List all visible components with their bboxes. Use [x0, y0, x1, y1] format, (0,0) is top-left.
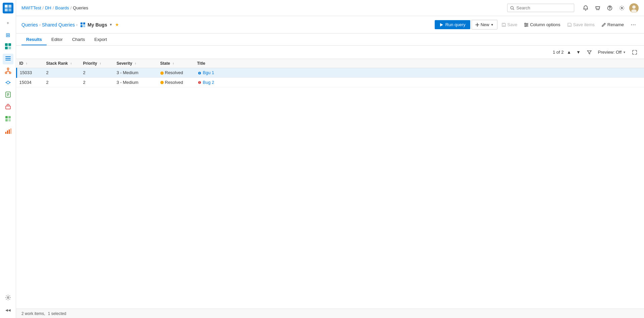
- col-severity[interactable]: Severity ↑: [114, 59, 158, 68]
- query-name-caret[interactable]: ▼: [109, 23, 112, 26]
- add-project-button[interactable]: +: [3, 17, 13, 28]
- preview-toggle[interactable]: Preview: Off ▼: [596, 48, 628, 56]
- user-avatar[interactable]: [629, 3, 639, 13]
- breadcrumb-dh[interactable]: DH: [45, 5, 51, 10]
- bc-shared-queries[interactable]: Shared Queries: [42, 22, 75, 28]
- svg-point-27: [598, 9, 599, 10]
- col-priority[interactable]: Priority ↑: [80, 59, 114, 68]
- tab-editor[interactable]: Editor: [47, 34, 67, 45]
- sidebar-item-boards[interactable]: [3, 42, 13, 52]
- sidebar-item-collapse[interactable]: ◀◀: [3, 305, 13, 315]
- svg-point-24: [7, 297, 9, 298]
- sidebar-item-repos[interactable]: [3, 66, 13, 76]
- svg-point-45: [198, 72, 201, 74]
- svg-point-33: [631, 9, 637, 13]
- cell-severity: 3 - Medium: [114, 68, 158, 78]
- rename-button[interactable]: Rename: [599, 20, 627, 29]
- svg-rect-20: [5, 132, 6, 134]
- tab-charts[interactable]: Charts: [67, 34, 90, 45]
- svg-rect-44: [569, 25, 571, 26]
- svg-rect-40: [503, 23, 504, 24]
- cell-stack-rank: 2: [44, 77, 80, 87]
- svg-point-43: [525, 25, 526, 26]
- boards-icon: [80, 22, 86, 28]
- col-id[interactable]: ID ↑: [17, 59, 44, 68]
- sidebar-item-work-items[interactable]: [3, 54, 13, 64]
- breadcrumb: MWITTest / DH / Boards / Queries: [21, 5, 88, 10]
- col-stack-rank[interactable]: Stack Rank ↑: [44, 59, 80, 68]
- filter-button[interactable]: [585, 48, 593, 56]
- search-box[interactable]: [507, 4, 574, 12]
- svg-rect-2: [5, 8, 8, 11]
- svg-point-42: [527, 24, 528, 25]
- save-items-button[interactable]: Save items: [565, 20, 597, 29]
- column-options-button[interactable]: Column options: [521, 20, 563, 29]
- svg-rect-22: [9, 129, 10, 134]
- svg-rect-15: [6, 106, 10, 109]
- header-actions: Run query New ▼ Save Column options: [435, 20, 639, 30]
- toolbar-row: 1 of 2 ▲ ▼ Preview: Off ▼: [16, 46, 644, 59]
- sidebar-item-overview[interactable]: ⊞: [3, 30, 13, 40]
- cell-title[interactable]: Bgu 1: [195, 68, 644, 78]
- svg-point-13: [9, 72, 11, 73]
- main-area: MWITTest / DH / Boards / Queries: [16, 0, 644, 318]
- svg-rect-17: [8, 116, 11, 118]
- sidebar-item-pipelines[interactable]: [3, 78, 13, 89]
- tab-export[interactable]: Export: [90, 34, 112, 45]
- sidebar-item-settings[interactable]: [3, 293, 13, 303]
- svg-rect-5: [8, 43, 11, 46]
- more-options-button[interactable]: ⋯: [628, 20, 639, 29]
- svg-point-26: [597, 9, 597, 10]
- svg-rect-16: [5, 116, 8, 118]
- tab-results[interactable]: Results: [21, 34, 47, 45]
- pager-up-button[interactable]: ▲: [565, 48, 573, 56]
- run-icon: [439, 23, 443, 27]
- expand-button[interactable]: [631, 48, 639, 56]
- svg-rect-23: [10, 128, 11, 134]
- sidebar-item-extensions[interactable]: [3, 114, 13, 125]
- breadcrumb-boards[interactable]: Boards: [55, 5, 69, 10]
- search-input[interactable]: [517, 5, 571, 10]
- new-button[interactable]: New ▼: [472, 20, 497, 30]
- notifications-button[interactable]: [581, 3, 590, 13]
- settings-button[interactable]: [617, 3, 627, 13]
- svg-point-50: [199, 83, 200, 84]
- table-header-row: ID ↑ Stack Rank ↑ Priority ↑ Severity ↑: [17, 59, 644, 68]
- cell-title[interactable]: Bug 2: [195, 77, 644, 87]
- column-options-icon: [524, 22, 529, 27]
- table-row[interactable]: 15034223 - MediumResolvedBug 2: [17, 77, 644, 87]
- pager: 1 of 2 ▲ ▼: [553, 48, 583, 56]
- tabs: Results Editor Charts Export: [16, 34, 644, 46]
- app-logo[interactable]: [3, 3, 13, 13]
- preview-label: Preview: Off: [598, 50, 622, 55]
- col-state[interactable]: State ↑: [158, 59, 195, 68]
- table-row[interactable]: 15033223 - MediumResolvedBgu 1: [17, 68, 644, 78]
- svg-point-30: [621, 7, 623, 9]
- help-button[interactable]: [605, 3, 614, 13]
- favorite-star[interactable]: ★: [115, 22, 119, 27]
- svg-rect-21: [7, 130, 8, 134]
- sidebar-item-test-plans[interactable]: [3, 90, 13, 101]
- cell-stack-rank: 2: [44, 68, 80, 78]
- sidebar-item-analytics[interactable]: [3, 126, 13, 137]
- col-title[interactable]: Title: [195, 59, 644, 68]
- svg-rect-4: [5, 43, 8, 46]
- svg-point-47: [199, 73, 200, 74]
- svg-rect-34: [80, 22, 83, 24]
- sidebar-item-artifacts[interactable]: [3, 102, 13, 113]
- save-button[interactable]: Save: [499, 20, 520, 29]
- selected-count: 1 selected: [48, 311, 66, 316]
- svg-rect-19: [8, 119, 11, 121]
- pager-down-button[interactable]: ▼: [575, 48, 583, 56]
- save-items-icon: [567, 22, 572, 27]
- svg-rect-6: [5, 47, 8, 49]
- breadcrumb-mwitTest[interactable]: MWITTest: [21, 5, 41, 10]
- new-caret[interactable]: ▼: [491, 23, 494, 26]
- svg-rect-1: [8, 5, 11, 8]
- svg-rect-36: [80, 25, 83, 27]
- basket-button[interactable]: [593, 3, 602, 13]
- run-query-button[interactable]: Run query: [435, 20, 470, 29]
- cell-state: Resolved: [158, 68, 195, 78]
- bc-queries[interactable]: Queries: [21, 22, 38, 28]
- svg-point-29: [609, 9, 610, 10]
